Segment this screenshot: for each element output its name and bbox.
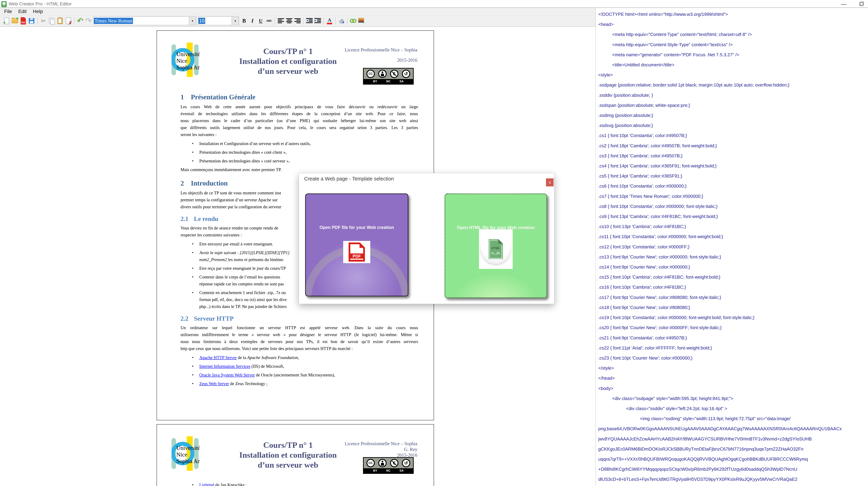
code-line[interactable]: <img class="ssdimg" style="width:113.9pt… bbox=[598, 414, 868, 424]
svg-text:Sophia Antipolis: Sophia Antipolis bbox=[176, 64, 199, 70]
cut-icon[interactable]: ✂ bbox=[39, 16, 48, 26]
code-line[interactable]: .ssdsvg {position:absolute;} bbox=[598, 120, 868, 130]
insert-image-icon[interactable]: + bbox=[357, 16, 366, 26]
code-line[interactable]: .ssddiv {position:absolute; } bbox=[598, 90, 868, 100]
save-icon[interactable] bbox=[27, 16, 36, 26]
code-line[interactable]: .cs3 { font:18pt 'Cambria'; color:#49507… bbox=[598, 151, 868, 161]
align-center-button[interactable] bbox=[285, 16, 293, 26]
code-line[interactable]: .cs9 { font:13pt 'Cambria'; color:#4F81B… bbox=[598, 211, 868, 221]
code-line[interactable]: .cs8 { font:10pt 'Constantia'; color:#00… bbox=[598, 201, 868, 211]
code-line[interactable]: .cs18 { font:9pt 'Courier New'; color:#8… bbox=[598, 302, 868, 312]
pdf-template-card[interactable]: Open PDF file for your Web creation PDF bbox=[305, 193, 408, 296]
code-line[interactable]: +D8Bhi8KCgrhCiW6YYMqqqyqopzSCtqcW0x/pR6m… bbox=[598, 464, 868, 474]
menu-help[interactable]: Help bbox=[30, 9, 45, 14]
code-line[interactable]: jwv8YQUAAAAJcEhZcwAAHYcAAB2HAY/l8WUAAGYC… bbox=[598, 434, 868, 444]
code-line[interactable]: <title>Untitled document</title> bbox=[598, 60, 868, 70]
open-file-icon[interactable] bbox=[11, 16, 19, 26]
code-line[interactable]: .cs11 { font:10pt 'Constantia'; color:#0… bbox=[598, 232, 868, 242]
strikethrough-button[interactable]: ABC bbox=[265, 16, 273, 26]
copy-icon[interactable] bbox=[48, 16, 56, 26]
doc-text: (IIS) de Microsoft, bbox=[250, 364, 284, 369]
code-line[interactable]: .cs7 { font:10pt 'Times New Roman'; colo… bbox=[598, 191, 868, 201]
align-left-button[interactable] bbox=[277, 16, 285, 26]
doc-link[interactable]: Internet Information Services bbox=[199, 364, 250, 369]
bold-button[interactable]: B bbox=[240, 16, 248, 26]
menu-edit[interactable]: Edit bbox=[16, 9, 29, 14]
redo-icon[interactable]: ↷ bbox=[84, 16, 93, 26]
code-line[interactable]: .cs6 { font:10pt 'Constantia'; color:#00… bbox=[598, 181, 868, 191]
code-line[interactable]: gCKKgoJEc0ARM6BiDmDOKIoRJCkSBBURyTnnDEta… bbox=[598, 444, 868, 454]
code-line[interactable]: oES3IlBWWUW780vpl8R8emFXFhfOixbH0//NjeE8… bbox=[598, 484, 868, 486]
code-line[interactable]: uqqra7qrT9++VXXr/0hBQUFBIWRQoqugoKAQQijR… bbox=[598, 454, 868, 464]
code-line[interactable]: .cs10 { font:13pt 'Cambria'; color:#4F81… bbox=[598, 221, 868, 232]
align-right-button[interactable] bbox=[293, 16, 302, 26]
code-line[interactable]: .cs21 { font:9pt 'Constantia'; color:#49… bbox=[598, 333, 868, 343]
title-bar: Web Creator Pro - HTML Editor ✕ bbox=[0, 0, 868, 8]
code-line[interactable]: .cs15 { font:10pt 'Cambria'; color:#4F81… bbox=[598, 272, 868, 282]
doc-text-line: http que ceux que nous utiliserons. Voic… bbox=[181, 345, 418, 352]
code-line[interactable]: .cs23 { font:10pt 'Courier New'; color:#… bbox=[598, 353, 868, 363]
document-page-2: Université Nice Sophia Antipolis Cours/T… bbox=[157, 424, 434, 486]
chevron-down-icon[interactable]: ▼ bbox=[231, 17, 239, 25]
code-line[interactable]: <meta name="generator" content="PDF Focu… bbox=[598, 50, 868, 60]
paste-icon[interactable] bbox=[56, 16, 64, 26]
insert-link-icon[interactable] bbox=[349, 16, 357, 26]
code-line[interactable]: .cs12 { font:10pt 'Constantia'; color:#0… bbox=[598, 242, 868, 252]
doc-text-line: nous nous limiterons à deux exemples de … bbox=[181, 338, 418, 345]
code-line[interactable]: .ssdpage {position:relative; border:soli… bbox=[598, 80, 868, 90]
code-line[interactable]: .cs22 { font:11pt 'Arial'; color:#FFFFFF… bbox=[598, 343, 868, 353]
svg-text:<.../>: <.../> bbox=[491, 251, 500, 255]
undo-icon[interactable]: ↶ bbox=[76, 16, 84, 26]
minimize-button[interactable] bbox=[841, 4, 846, 5]
toolbar: + PDF ✂ ✗ ↶ ↷ Times New Roman ▼ 10 bbox=[0, 15, 595, 27]
open-pdf-icon[interactable]: PDF bbox=[19, 16, 27, 26]
doc-text-line: éventail de technologies utilisées dans … bbox=[181, 110, 418, 117]
outdent-button[interactable] bbox=[305, 16, 313, 26]
code-line[interactable]: dlUS3cD+tl+bTLesS+FpvTenUd9tGTRgVya9H5VD… bbox=[598, 474, 868, 484]
code-line[interactable]: .cs2 { font:18pt 'Cambria'; color:#49507… bbox=[598, 141, 868, 151]
doc-link[interactable]: Lighttpd bbox=[199, 483, 214, 486]
doc-link[interactable]: Apache HTTP Server bbox=[199, 355, 237, 360]
code-line[interactable]: <div class="ssddiv" style="left:24.2pt; … bbox=[598, 403, 868, 414]
chevron-down-icon[interactable]: ▼ bbox=[189, 17, 196, 25]
italic-button[interactable]: I bbox=[248, 16, 256, 26]
toolbar-separator bbox=[347, 17, 347, 25]
font-color-button[interactable]: A bbox=[325, 16, 334, 26]
code-line[interactable]: .cs19 { font:10pt 'Constantia'; color:#0… bbox=[598, 312, 868, 323]
code-line[interactable]: png;base64,iVBORw0KGgoAAAANSUhEUgAAAV0AA… bbox=[598, 424, 868, 434]
code-line[interactable]: <meta http-equiv="Content-Style-Type" co… bbox=[598, 40, 868, 50]
code-line[interactable]: .cs17 { font:9pt 'Courier New'; color:#8… bbox=[598, 292, 868, 302]
code-line[interactable]: .ssdspan {position:absolute; white-space… bbox=[598, 100, 868, 110]
code-line[interactable]: .cs4 { font:14pt 'Cambria'; color:#365F9… bbox=[598, 161, 868, 171]
code-panel[interactable]: <!DOCTYPE html><html xmlns="http://www.w… bbox=[595, 8, 868, 486]
format-painter-icon[interactable] bbox=[337, 16, 345, 26]
font-family-select[interactable]: Times New Roman ▼ bbox=[94, 17, 196, 25]
code-line[interactable]: <style> bbox=[598, 70, 868, 80]
code-line[interactable]: </style> bbox=[598, 363, 868, 373]
doc-text: Présentation des technologies dites « co… bbox=[199, 150, 287, 155]
indent-button[interactable] bbox=[313, 16, 322, 26]
doc-link[interactable]: Oracle Java System Web Server bbox=[199, 372, 255, 377]
code-line[interactable]: <head> bbox=[598, 19, 868, 29]
code-line[interactable]: </head> bbox=[598, 373, 868, 383]
maximize-button[interactable] bbox=[859, 2, 864, 6]
font-size-select[interactable]: 10 ▼ bbox=[198, 17, 239, 25]
menu-file[interactable]: File bbox=[2, 9, 14, 14]
code-line[interactable]: <div class="ssdpage" style="width:595.3p… bbox=[598, 393, 868, 403]
code-line[interactable]: <meta http-equiv="Content-Type" content=… bbox=[598, 29, 868, 39]
code-line[interactable]: <body> bbox=[598, 383, 868, 393]
code-line[interactable]: .cs16 { font:10pt 'Cambria'; color:#4F81… bbox=[598, 282, 868, 292]
doc-link[interactable]: Zeus Web Server bbox=[199, 381, 229, 386]
code-line[interactable]: .cs5 { font:14pt 'Cambria'; color:#365F9… bbox=[598, 171, 868, 181]
html-template-card[interactable]: Open HTML file for your Web creation HTM… bbox=[444, 193, 547, 298]
underline-button[interactable]: U bbox=[256, 16, 265, 26]
code-line[interactable]: .ssdimg {position:absolute;} bbox=[598, 110, 868, 120]
dialog-close-button[interactable]: x bbox=[546, 178, 554, 186]
new-document-icon[interactable]: + bbox=[2, 16, 11, 26]
code-line[interactable]: .cs1 { font:10pt 'Constantia'; color:#49… bbox=[598, 130, 868, 141]
code-line[interactable]: <!DOCTYPE html><html xmlns="http://www.w… bbox=[598, 9, 868, 19]
code-line[interactable]: .cs13 { font:9pt 'Courier New'; color:#0… bbox=[598, 252, 868, 262]
code-line[interactable]: .cs14 { font:9pt 'Courier New'; color:#0… bbox=[598, 262, 868, 272]
code-line[interactable]: .cs20 { font:9pt 'Courier New'; color:#0… bbox=[598, 323, 868, 333]
delete-icon[interactable]: ✗ bbox=[64, 16, 72, 26]
